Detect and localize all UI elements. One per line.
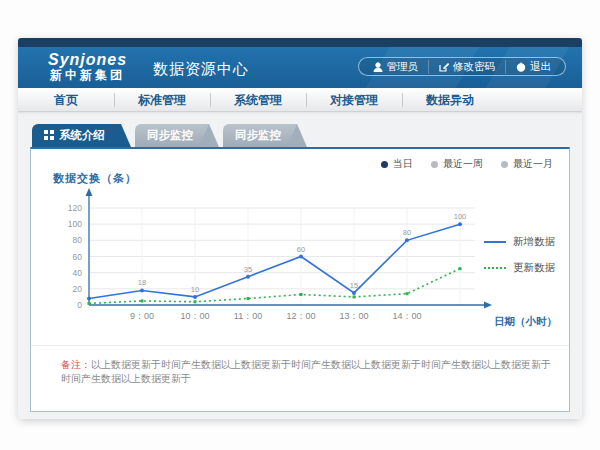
svg-text:100: 100 [68,219,82,229]
svg-text:120: 120 [68,203,82,213]
nav-item-system-mgmt[interactable]: 系统管理 [210,88,306,111]
svg-text:60: 60 [297,245,305,254]
current-user-button[interactable]: 管理员 [363,60,429,74]
top-navy-strip [18,38,582,47]
legend-label: 新增数据 [513,235,555,249]
tab-sync-monitor-2[interactable]: 同步监控 [223,124,297,147]
logo-wordmark: Synjones [48,51,127,69]
legend-item-new-data: 新增数据 [484,235,555,249]
radio-dot-icon [381,161,388,168]
svg-text:10: 10 [191,285,199,294]
radio-label: 最近一周 [443,157,483,171]
nav-item-integration-mgmt[interactable]: 对接管理 [306,88,402,111]
footnote: 备注：以上数据更新于时间产生数据以上数据更新于时间产生数据以上数据更新于时间产生… [31,345,569,386]
radio-today[interactable]: 当日 [381,157,413,171]
nav-item-home[interactable]: 首页 [18,88,114,111]
radio-dot-icon [501,161,508,168]
svg-text:40: 40 [73,268,83,278]
company-logo: Synjones 新中新集团 [48,51,127,82]
svg-text:18: 18 [138,278,146,287]
svg-text:80: 80 [73,235,83,245]
svg-text:11：00: 11：00 [234,311,262,321]
svg-text:13：00: 13：00 [339,311,368,321]
tab-bar: 系统介绍 同步监控 同步监控 [32,124,582,147]
y-axis-title: 数据交换（条） [53,171,137,186]
series-legend: 新增数据 更新数据 [484,235,555,287]
page-title: 数据资源中心 [153,60,249,79]
radio-last-month[interactable]: 最近一月 [501,157,553,171]
dotted-line-swatch-icon [484,267,506,269]
nav-item-data-change[interactable]: 数据异动 [402,88,498,111]
svg-text:20: 20 [73,284,83,294]
solid-line-swatch-icon [484,241,506,243]
svg-text:14：00: 14：00 [392,311,421,321]
svg-text:100: 100 [454,212,467,221]
user-toolbar: 管理员 修改密码 退出 [358,57,567,76]
change-password-label: 修改密码 [453,60,495,74]
svg-text:10：00: 10：00 [180,311,209,321]
tab-label: 系统介绍 [59,129,105,141]
line-chart: 0204060801001209：0010：0011：0012：0013：001… [37,185,497,335]
power-icon [516,62,526,72]
svg-text:35: 35 [244,265,252,274]
user-icon [373,62,383,72]
chart-panel: 当日 最近一周 最近一月 数据交换（条） 0204060801001209：00… [30,147,570,412]
footnote-text: 以上数据更新于时间产生数据以上数据更新于时间产生数据以上数据更新于时间产生数据以… [61,359,551,384]
tab-sync-monitor-1[interactable]: 同步监控 [135,124,209,147]
tab-system-intro[interactable]: 系统介绍 [32,124,121,147]
legend-item-update-data: 更新数据 [484,261,555,275]
radio-label: 最近一月 [513,157,553,171]
radio-last-week[interactable]: 最近一周 [431,157,483,171]
logo-company-name: 新中新集团 [48,69,127,82]
chart-area: 0204060801001209：0010：0011：0012：0013：001… [37,185,497,339]
x-axis-title: 日期（小时） [494,315,557,329]
logout-button[interactable]: 退出 [505,60,561,74]
tab-label: 同步监控 [235,129,281,141]
current-user-label: 管理员 [387,60,419,74]
time-range-filter: 当日 最近一周 最近一月 [381,157,553,171]
legend-label: 更新数据 [513,261,555,275]
svg-text:0: 0 [77,300,82,310]
main-nav: 首页 标准管理 系统管理 对接管理 数据异动 [18,88,582,112]
app-window: Synjones 新中新集团 数据资源中心 管理员 修改密码 退出 [18,38,582,419]
app-header: Synjones 新中新集团 数据资源中心 管理员 修改密码 退出 [18,47,582,88]
svg-text:60: 60 [73,252,83,262]
svg-text:12：00: 12：00 [286,311,315,321]
svg-text:80: 80 [403,228,411,237]
svg-text:9：00: 9：00 [130,311,154,321]
document-grid-icon [44,130,54,140]
radio-label: 当日 [393,157,413,171]
radio-dot-icon [431,161,438,168]
edit-icon [439,62,449,72]
change-password-button[interactable]: 修改密码 [428,60,505,74]
logout-label: 退出 [530,60,551,74]
nav-item-standard-mgmt[interactable]: 标准管理 [114,88,210,111]
svg-text:15: 15 [350,281,358,290]
footnote-prefix: 备注： [61,359,91,370]
tab-label: 同步监控 [147,129,193,141]
